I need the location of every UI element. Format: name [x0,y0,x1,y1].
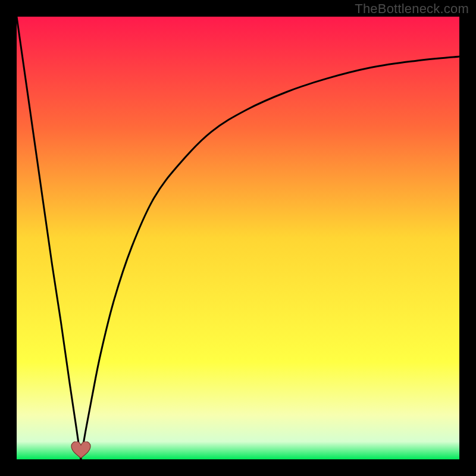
plot-area [17,17,459,459]
chart-root: TheBottleneck.com [0,0,476,476]
gradient-background [17,17,459,459]
plot-svg [17,17,459,459]
watermark-label: TheBottleneck.com [355,1,469,17]
